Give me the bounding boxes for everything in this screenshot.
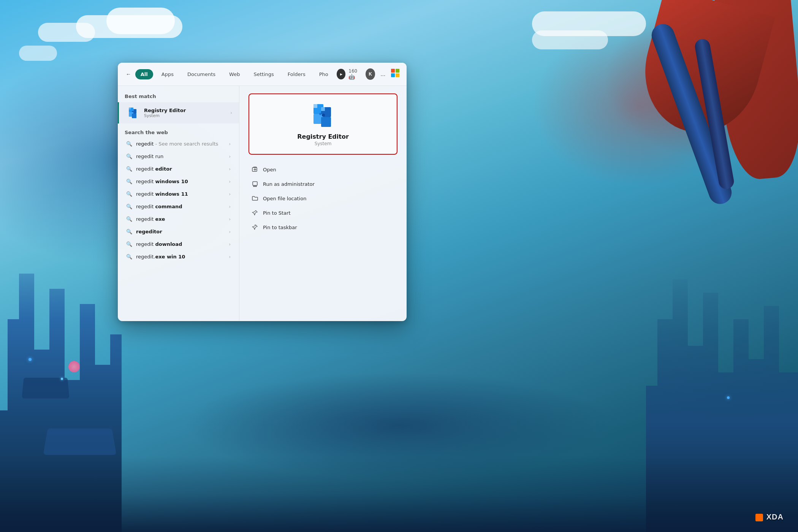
tab-web[interactable]: Web [224, 69, 245, 79]
svg-rect-4 [129, 108, 131, 109]
web-item-text-download: regedit download [136, 241, 225, 247]
action-pin-taskbar[interactable]: Pin to taskbar [249, 220, 397, 234]
search-icon-editor: 🔍 [126, 166, 132, 172]
svg-rect-18 [253, 186, 257, 187]
action-run-admin[interactable]: Run as administrator [249, 177, 397, 191]
cloud-5 [532, 30, 608, 49]
pin-taskbar-label: Pin to taskbar [263, 225, 297, 230]
web-item-regedit-run[interactable]: 🔍 regedit run › [119, 150, 238, 163]
chevron-regedit: › [229, 141, 231, 147]
count-badge: 160 🤖 [348, 68, 363, 80]
tab-apps[interactable]: Apps [156, 69, 179, 79]
svg-rect-3 [132, 114, 136, 118]
xda-logo-icon [755, 514, 763, 521]
web-item-regedit-win10[interactable]: 🔍 regedit windows 10 › [119, 175, 238, 188]
top-bar-right: ▶ 160 🤖 K ... [337, 68, 400, 80]
more-button[interactable]: ... [378, 69, 388, 79]
svg-rect-9 [321, 117, 331, 127]
top-bar: ← All Apps Documents Web Settings Folder… [118, 63, 407, 86]
light-1 [28, 358, 32, 361]
cloud-6 [19, 46, 57, 61]
avatar-button[interactable]: K [366, 68, 375, 80]
tab-all[interactable]: All [135, 69, 153, 79]
web-item-regedit[interactable]: 🔍 regedit - See more search results › [119, 138, 238, 150]
admin-icon [252, 180, 258, 187]
tab-documents[interactable]: Documents [182, 69, 221, 79]
chevron-exe-win10: › [229, 254, 231, 260]
web-item-regedit-exe-win10[interactable]: 🔍 regedit.exe win 10 › [119, 250, 238, 263]
svg-rect-11 [321, 107, 325, 111]
folder-icon [252, 195, 258, 202]
web-item-text-run: regedit run [136, 154, 225, 159]
registry-editor-icon-small [126, 106, 139, 120]
right-panel: Registry Editor System Open [239, 86, 407, 321]
light-3 [727, 396, 730, 399]
play-button[interactable]: ▶ [337, 69, 346, 79]
pin-taskbar-icon [252, 224, 258, 231]
tab-folders[interactable]: Folders [282, 69, 311, 79]
chevron-command: › [229, 204, 231, 209]
registry-editor-icon-large [310, 102, 336, 128]
app-preview-title: Registry Editor [297, 133, 349, 140]
search-icon-win10: 🔍 [126, 179, 132, 184]
search-icon-run: 🔍 [126, 154, 132, 159]
web-item-text-exe: regedit exe [136, 216, 225, 222]
best-match-chevron: › [230, 110, 232, 116]
pin-start-icon [252, 209, 258, 216]
search-icon-win11: 🔍 [126, 191, 132, 197]
search-icon-regeditor: 🔍 [126, 229, 132, 234]
left-panel: Best match Re [118, 86, 239, 321]
action-pin-start[interactable]: Pin to Start [249, 206, 397, 220]
web-item-regedit-win11[interactable]: 🔍 regedit windows 11 › [119, 188, 238, 200]
tab-photos[interactable]: Pho [314, 69, 334, 79]
web-item-text-exe-win10: regedit.exe win 10 [136, 254, 225, 260]
ground-shadow [0, 456, 798, 532]
app-preview-subtitle: System [315, 141, 332, 146]
chevron-win11: › [229, 192, 231, 197]
web-item-regeditor[interactable]: 🔍 regeditor › [119, 225, 238, 238]
chevron-win10: › [229, 179, 231, 184]
search-icon-command: 🔍 [126, 204, 132, 209]
play-icon: ▶ [340, 73, 342, 76]
flower-accent [68, 361, 80, 372]
tab-settings[interactable]: Settings [248, 69, 279, 79]
web-item-regedit-command[interactable]: 🔍 regedit command › [119, 200, 238, 213]
back-button[interactable]: ← [125, 68, 132, 80]
cloud-2 [106, 8, 175, 34]
svg-point-12 [322, 114, 325, 117]
search-window: ← All Apps Documents Web Settings Folder… [118, 63, 407, 321]
action-list: Open Run as administrator [249, 162, 397, 234]
xda-watermark: XDA [755, 513, 784, 521]
svg-rect-5 [132, 109, 134, 111]
web-item-regedit-editor[interactable]: 🔍 regedit editor › [119, 163, 238, 175]
open-icon [252, 166, 258, 173]
open-label: Open [263, 167, 276, 173]
best-match-item[interactable]: Registry Editor System › [118, 102, 239, 124]
main-content: Best match Re [118, 86, 407, 321]
count-icon: 🤖 [348, 74, 355, 80]
svg-rect-15 [253, 182, 257, 185]
web-item-text-regedit: regedit - See more search results [136, 141, 225, 147]
best-match-title: Registry Editor [144, 108, 226, 113]
svg-point-13 [319, 113, 321, 115]
app-icon-container [126, 106, 139, 120]
web-item-text-win11: regedit windows 11 [136, 191, 225, 197]
best-match-label: Best match [118, 92, 239, 102]
search-icon-regedit: 🔍 [126, 141, 132, 147]
cloud-3 [38, 23, 95, 42]
action-open[interactable]: Open [249, 162, 397, 177]
file-location-label: Open file location [263, 196, 306, 201]
best-match-text: Registry Editor System [144, 108, 226, 118]
svg-rect-17 [255, 185, 256, 186]
action-file-location[interactable]: Open file location [249, 191, 397, 206]
search-icon-exe-win10: 🔍 [126, 254, 132, 260]
search-icon-exe: 🔍 [126, 216, 132, 222]
svg-rect-16 [253, 185, 255, 186]
chevron-exe: › [229, 217, 231, 222]
windows-logo-button[interactable] [391, 69, 400, 79]
web-item-regedit-exe[interactable]: 🔍 regedit exe › [119, 213, 238, 225]
search-icon-download: 🔍 [126, 241, 132, 247]
windows-logo [391, 69, 399, 77]
web-item-regedit-download[interactable]: 🔍 regedit download › [119, 238, 238, 250]
svg-rect-10 [314, 104, 317, 108]
